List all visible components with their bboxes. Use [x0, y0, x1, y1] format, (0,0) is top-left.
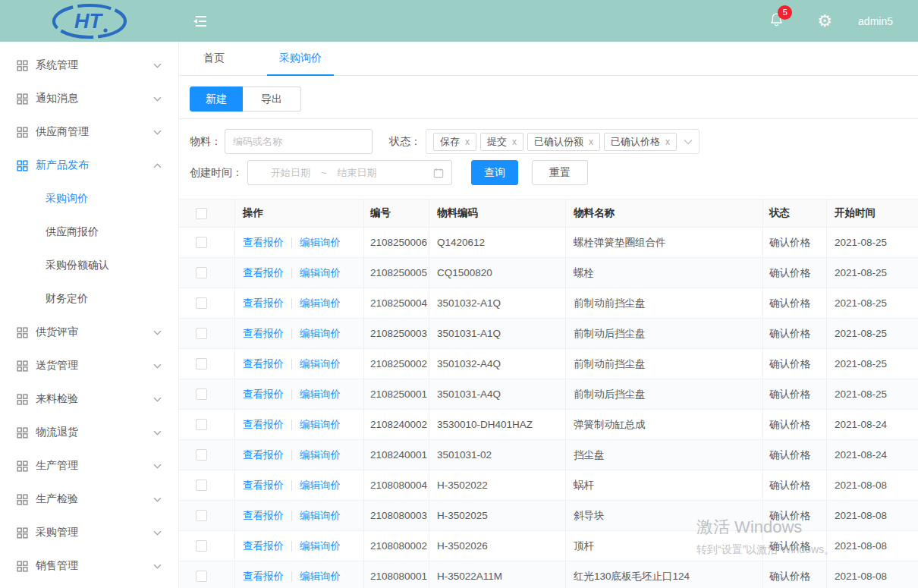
sidebar-subitem-3-2[interactable]: 采购份额确认 [0, 249, 178, 282]
material-code-cell: H-35022A11M [429, 561, 566, 588]
material-code-cell: 3530010-DH401HAZ [429, 410, 566, 439]
row-checkbox[interactable] [196, 358, 207, 369]
reset-button[interactable]: 重置 [532, 160, 588, 185]
sidebar-subitem-3-0[interactable]: 采购询价 [0, 182, 178, 215]
material-input[interactable] [225, 129, 373, 154]
status-cell: 确认价格 [763, 379, 827, 409]
logo-text: HT [74, 10, 103, 33]
edit-inquiry-link[interactable]: 编辑询价 [300, 266, 341, 280]
link-divider [291, 329, 292, 339]
start-time-cell: 2021-08-24 [827, 410, 918, 439]
edit-inquiry-link[interactable]: 编辑询价 [300, 388, 341, 401]
status-cell: 确认价格 [763, 440, 827, 470]
material-name-cell: 红光130底板毛坯止口124 [566, 561, 763, 588]
username-label[interactable]: admin5 [858, 15, 893, 27]
row-checkbox[interactable] [196, 328, 207, 339]
view-quote-link[interactable]: 查看报价 [243, 327, 284, 341]
sidebar-item-5[interactable]: 送货管理 [0, 349, 178, 382]
row-checkbox[interactable] [196, 237, 207, 248]
edit-inquiry-link[interactable]: 编辑询价 [300, 297, 341, 310]
edit-inquiry-link[interactable]: 编辑询价 [300, 418, 341, 432]
sidebar-item-4[interactable]: 供货评审 [0, 316, 178, 349]
view-quote-link[interactable]: 查看报价 [243, 448, 284, 462]
edit-inquiry-link[interactable]: 编辑询价 [300, 327, 341, 341]
material-code-cell: H-3502025 [429, 501, 566, 530]
sidebar-subitem-3-3[interactable]: 财务定价 [0, 282, 178, 316]
edit-inquiry-link[interactable]: 编辑询价 [300, 236, 341, 250]
material-code-cell: Q1420612 [429, 228, 566, 257]
sidebar-item-11[interactable]: 销售管理 [0, 549, 178, 583]
sidebar-item-0[interactable]: 系统管理 [0, 49, 178, 82]
new-button[interactable]: 新建 [190, 86, 243, 112]
sidebar-item-2[interactable]: 供应商管理 [0, 115, 178, 149]
grid-icon [17, 127, 28, 138]
status-tag-2: 已确认份额 x [527, 133, 600, 151]
sidebar-item-10[interactable]: 采购管理 [0, 516, 178, 549]
tab-label: 采购询价 [279, 52, 322, 65]
sidebar-item-7[interactable]: 物流退货 [0, 416, 178, 449]
row-checkbox[interactable] [196, 297, 207, 309]
view-quote-link[interactable]: 查看报价 [243, 297, 284, 310]
grid-icon [17, 160, 28, 171]
chevron-down-icon [153, 63, 162, 68]
link-divider [291, 571, 292, 582]
material-name-cell: 前制动前挡尘盘 [566, 349, 763, 379]
tag-close-icon[interactable]: x [512, 137, 517, 147]
main-content: 首页 采购询价 新建 导出 物料： 状态： 保存 x 提交 x 已确认份额 x … [179, 42, 918, 588]
status-cell: 确认价格 [763, 319, 827, 348]
date-range-picker[interactable]: 开始日期 ~ 结束日期 [247, 160, 452, 185]
sidebar-subitem-3-1[interactable]: 供应商报价 [0, 215, 178, 249]
table-row: 查看报价 编辑询价 2108250002 3501032-A4Q 前制动前挡尘盘… [179, 349, 918, 379]
material-name-cell: 螺栓弹簧垫圈组合件 [566, 228, 763, 257]
settings-gear-icon[interactable]: ⚙ [817, 13, 832, 30]
sidebar-item-9[interactable]: 生产检验 [0, 483, 178, 516]
edit-inquiry-link[interactable]: 编辑询价 [300, 570, 341, 583]
row-checkbox[interactable] [196, 388, 207, 400]
sidebar-item-3[interactable]: 新产品发布 [0, 149, 178, 182]
sidebar-item-8[interactable]: 生产管理 [0, 449, 178, 483]
menu-collapse-icon[interactable] [192, 14, 209, 29]
view-quote-link[interactable]: 查看报价 [243, 236, 284, 250]
row-checkbox[interactable] [196, 419, 207, 430]
edit-inquiry-link[interactable]: 编辑询价 [300, 479, 341, 492]
tag-close-icon[interactable]: x [665, 137, 670, 147]
operation-cell: 查看报价 编辑询价 [235, 319, 364, 348]
material-name-cell: 前制动后挡尘盘 [566, 319, 763, 348]
view-quote-link[interactable]: 查看报价 [243, 570, 284, 583]
tab-1[interactable]: 采购询价 [267, 42, 334, 75]
view-quote-link[interactable]: 查看报价 [243, 357, 284, 371]
row-checkbox[interactable] [196, 571, 207, 582]
calendar-icon [433, 168, 444, 178]
export-button[interactable]: 导出 [243, 86, 301, 112]
grid-icon [17, 360, 28, 372]
view-quote-link[interactable]: 查看报价 [243, 266, 284, 280]
notification-bell-icon[interactable]: 5 [769, 11, 784, 31]
chevron-down-icon [153, 397, 162, 402]
edit-inquiry-link[interactable]: 编辑询价 [300, 509, 341, 523]
status-cell: 确认价格 [763, 288, 827, 318]
search-button[interactable]: 查询 [471, 160, 518, 185]
status-select[interactable]: 保存 x 提交 x 已确认份额 x 已确认价格 x [426, 129, 700, 154]
select-all-checkbox[interactable] [196, 208, 207, 219]
view-quote-link[interactable]: 查看报价 [243, 388, 284, 401]
edit-inquiry-link[interactable]: 编辑询价 [300, 448, 341, 462]
edit-inquiry-link[interactable]: 编辑询价 [300, 539, 341, 553]
row-checkbox[interactable] [196, 480, 207, 491]
start-time-cell: 2021-08-25 [827, 288, 918, 318]
row-checkbox[interactable] [196, 267, 207, 278]
tab-0[interactable]: 首页 [191, 42, 237, 75]
row-checkbox[interactable] [196, 540, 207, 552]
tag-close-icon[interactable]: x [465, 137, 470, 147]
row-checkbox[interactable] [196, 510, 207, 521]
sidebar-item-1[interactable]: 通知消息 [0, 82, 178, 115]
view-quote-link[interactable]: 查看报价 [243, 418, 284, 432]
sidebar-item-6[interactable]: 来料检验 [0, 382, 178, 416]
row-checkbox[interactable] [196, 449, 207, 461]
tag-close-icon[interactable]: x [589, 137, 593, 147]
view-quote-link[interactable]: 查看报价 [243, 539, 284, 553]
edit-inquiry-link[interactable]: 编辑询价 [300, 357, 341, 371]
view-quote-link[interactable]: 查看报价 [243, 509, 284, 523]
view-quote-link[interactable]: 查看报价 [243, 479, 284, 492]
column-header-0: 操作 [235, 200, 364, 227]
status-tag-label: 提交 [487, 135, 507, 149]
